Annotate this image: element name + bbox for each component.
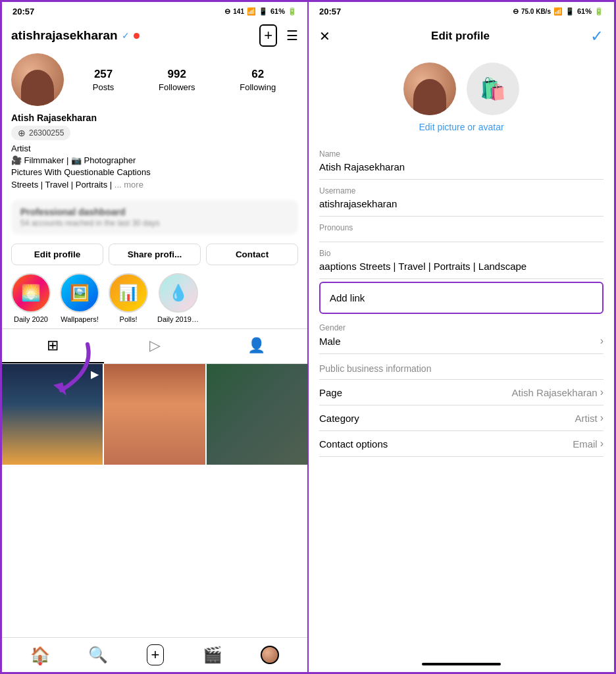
nav-home[interactable]: 🏠 — [30, 646, 50, 664]
stats-container: 257 Posts 992 Followers 62 Following — [70, 68, 298, 92]
pronouns-field[interactable]: Pronouns — [319, 217, 603, 242]
name-value: Atish Rajasekharan — [319, 161, 603, 172]
live-indicator — [134, 33, 140, 39]
grid-item-3[interactable] — [207, 364, 307, 465]
bio-more[interactable]: ... more — [115, 180, 143, 190]
action-buttons: Edit profile Share profi... Contact — [2, 238, 307, 271]
category-row: Category Artist › — [319, 412, 603, 424]
following-count: 62 — [251, 68, 264, 81]
username-label: atishrajasekharan — [11, 28, 118, 43]
following-stat[interactable]: 62 Following — [240, 68, 276, 92]
dashboard-title: Professional dashboard — [20, 207, 289, 217]
username-label: Username — [319, 186, 603, 195]
edit-picture-link[interactable]: Edit picture or avatar — [419, 122, 503, 132]
following-label: Following — [240, 82, 276, 92]
battery-bar-right: 🔋 — [594, 7, 603, 16]
avatar-emoji-option[interactable]: 🛍️ — [467, 63, 519, 115]
nav-add[interactable]: + — [147, 644, 165, 665]
profile-header: atishrajasekharan ✓ + ☰ — [2, 20, 307, 51]
profile-info: Atish Rajasekharan ⊕ 26300255 Artist 🎥 F… — [2, 113, 307, 196]
share-profile-button[interactable]: Share profi... — [109, 244, 201, 265]
username-field[interactable]: Username atishrajasekharan — [319, 180, 603, 217]
contact-label: Contact options — [319, 438, 388, 450]
wifi-icon-right: 📶 — [553, 7, 563, 16]
reels-icon: ▷ — [149, 337, 161, 354]
signal-icon-right: 📱 — [565, 7, 575, 16]
verified-icon: ✓ — [122, 30, 130, 41]
profile-stats-row: 257 Posts 992 Followers 62 Following — [2, 51, 307, 113]
photo-grid: ▶ — [2, 364, 307, 637]
highlight-label-2: Wallpapers! — [61, 315, 99, 323]
edit-profile-photo[interactable] — [403, 63, 456, 115]
username-value: atishrajasekharan — [319, 198, 603, 209]
right-panel: 20:57 ⊖ 75.0 KB/s 📶 📱 61% 🔋 ✕ Edit profi… — [308, 0, 616, 674]
bio-text: Artist 🎥 Filmmaker | 📷 Photographer Pict… — [11, 143, 298, 191]
tab-reels[interactable]: ▷ — [104, 329, 206, 363]
avatar[interactable] — [11, 53, 64, 106]
edit-profile-title: Edit profile — [431, 30, 490, 43]
avatar-edit-row: 🛍️ — [403, 63, 519, 115]
save-check-button[interactable]: ✓ — [590, 27, 603, 45]
followers-label: Followers — [159, 82, 195, 92]
tab-grid[interactable]: ⊞ — [2, 329, 104, 363]
data-speed-right: 75.0 KB/s — [521, 8, 551, 15]
threads-icon: ⊕ — [18, 128, 26, 138]
contact-button[interactable]: Contact — [206, 244, 298, 265]
contact-field[interactable]: Contact options Email › — [319, 431, 603, 457]
nav-profile-avatar[interactable] — [261, 646, 279, 664]
page-chevron: › — [600, 386, 603, 398]
nav-reels[interactable]: 🎬 — [203, 646, 222, 664]
page-row: Page Atish Rajasekharan › — [319, 386, 603, 398]
status-icons-left: ⊖ 141 📶 📱 61% 🔋 — [224, 7, 297, 16]
highlight-circle-4: 💧 — [159, 273, 198, 313]
data-speed-left: 141 — [233, 8, 244, 15]
menu-icon[interactable]: ☰ — [286, 28, 298, 43]
highlight-label-3: Polls! — [120, 315, 138, 323]
status-icons-right: ⊖ 75.0 KB/s 📶 📱 61% 🔋 — [513, 7, 603, 16]
bio-field[interactable]: Bio aaptions Streets | Travel | Portrait… — [319, 242, 603, 279]
edit-profile-button[interactable]: Edit profile — [11, 244, 103, 265]
public-biz-section: Public business information — [319, 354, 603, 380]
grid-icon: ⊞ — [47, 337, 59, 354]
nav-search[interactable]: 🔍 — [88, 646, 108, 664]
gender-value: Male — [319, 336, 341, 347]
contact-value: Email — [573, 438, 598, 450]
threads-badge[interactable]: ⊕ 26300255 — [11, 126, 70, 140]
add-post-icon[interactable]: + — [259, 24, 277, 47]
add-link-field[interactable]: Add link — [319, 282, 603, 314]
page-field[interactable]: Page Atish Rajasekharan › — [319, 380, 603, 405]
name-label: Name — [319, 149, 603, 159]
highlight-daily2020[interactable]: 🌅 Daily 2020 — [11, 273, 51, 323]
professional-dashboard[interactable]: Professional dashboard 54 accounts reach… — [11, 200, 298, 234]
highlight-circle-3: 📊 — [109, 273, 148, 313]
highlight-daily2019[interactable]: 💧 Daily 2019! [S2] — [157, 273, 199, 323]
grid-item-2[interactable] — [104, 364, 205, 465]
battery-icon-left: ⊖ — [224, 7, 230, 16]
highlight-polls[interactable]: 📊 Polls! — [109, 273, 148, 323]
followers-stat[interactable]: 992 Followers — [159, 68, 195, 92]
bio-value: aaptions Streets | Travel | Portraits | … — [319, 261, 603, 272]
display-name: Atish Rajasekharan — [11, 113, 298, 123]
header-icons: + ☰ — [259, 24, 298, 47]
time-left: 20:57 — [13, 7, 34, 16]
threads-id: 26300255 — [29, 128, 64, 138]
status-bar-right: 20:57 ⊖ 75.0 KB/s 📶 📱 61% 🔋 — [309, 2, 614, 20]
highlight-wallpapers[interactable]: 🖼️ Wallpapers! — [60, 273, 99, 323]
contact-row: Contact options Email › — [319, 438, 603, 450]
bio-label: Bio — [319, 249, 603, 258]
category-chevron: › — [600, 412, 603, 424]
grid-item-1[interactable]: ▶ — [2, 364, 103, 465]
category-field[interactable]: Category Artist › — [319, 405, 603, 431]
tab-tagged[interactable]: 👤 — [205, 329, 307, 363]
name-field[interactable]: Name Atish Rajasekharan — [319, 143, 603, 180]
posts-stat[interactable]: 257 Posts — [93, 68, 115, 92]
bottom-nav: 🏠 🔍 + 🎬 — [2, 637, 307, 672]
avatar-edit-section: 🛍️ Edit picture or avatar — [309, 52, 614, 143]
contact-chevron: › — [600, 438, 603, 450]
highlights-row: 🌅 Daily 2020 🖼️ Wallpapers! 📊 Polls! 💧 D… — [2, 271, 307, 328]
home-dot — [39, 662, 42, 665]
gender-field[interactable]: Gender Male › — [319, 317, 603, 354]
add-link-label: Add link — [330, 292, 365, 303]
close-button[interactable]: ✕ — [319, 28, 330, 44]
followers-count: 992 — [168, 68, 186, 81]
